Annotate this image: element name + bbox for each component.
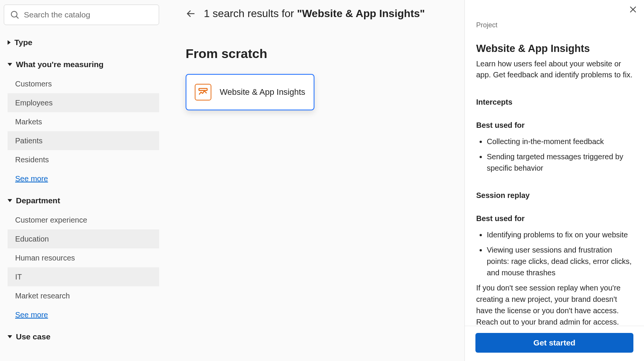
facet-type-header[interactable]: Type <box>8 38 159 47</box>
dx-analytics-icon <box>195 84 211 100</box>
results-header: 1 search results for "Website & App Insi… <box>186 8 449 20</box>
svg-rect-3 <box>199 88 207 90</box>
panel-footer: Get started <box>465 326 644 361</box>
facet-type: Type <box>4 38 159 47</box>
facet-department-header[interactable]: Department <box>8 196 159 205</box>
panel-intercepts-bullet-2: Sending targeted messages triggered by s… <box>487 151 633 174</box>
facet-item-cx[interactable]: Customer experience <box>8 210 159 229</box>
panel-scroll[interactable]: Project Website & App Insights Learn how… <box>465 0 644 326</box>
result-card-label: Website & App Insights <box>220 87 305 97</box>
facet-department-title: Department <box>16 196 60 205</box>
svg-line-1 <box>16 16 19 19</box>
facet-item-markets[interactable]: Markets <box>8 112 159 131</box>
facet-item-hr[interactable]: Human resources <box>8 248 159 267</box>
facet-department-items: Customer experience Education Human reso… <box>8 210 159 305</box>
main-content: 1 search results for "Website & App Insi… <box>163 0 464 361</box>
facet-measuring: What you're measuring Customers Employee… <box>4 60 159 183</box>
facet-item-employees[interactable]: Employees <box>8 93 159 112</box>
results-query: "Website & App Insights" <box>297 8 425 19</box>
catalog-sidebar: Type What you're measuring Customers Emp… <box>0 0 163 361</box>
results-title: 1 search results for "Website & App Insi… <box>204 8 425 20</box>
facet-item-patients[interactable]: Patients <box>8 131 159 150</box>
section-heading-from-scratch: From scratch <box>186 46 449 61</box>
get-started-button[interactable]: Get started <box>475 333 633 353</box>
search-input[interactable] <box>4 5 159 25</box>
svg-point-0 <box>11 11 17 17</box>
facet-type-title: Type <box>14 38 32 47</box>
panel-intercepts-list: Collecting in-the-moment feedback Sendin… <box>476 136 633 174</box>
facet-measuring-title: What you're measuring <box>16 60 103 69</box>
panel-intercepts-bullet-1: Collecting in-the-moment feedback <box>487 136 633 147</box>
panel-description: Learn how users feel about your website … <box>476 58 633 80</box>
panel-section-intercepts: Intercepts <box>476 98 633 107</box>
panel-session-bullet-2: Viewing user sessions and frustration po… <box>487 244 633 278</box>
chevron-down-icon <box>8 199 12 202</box>
result-card-website-app-insights[interactable]: Website & App Insights <box>186 74 314 110</box>
details-panel: Project Website & App Insights Learn how… <box>464 0 644 361</box>
panel-session-replay-list: Identifying problems to fix on your webs… <box>476 229 633 278</box>
panel-note: If you don't see session replay when you… <box>476 282 633 326</box>
facet-use-case: Use case <box>4 332 159 341</box>
facet-item-market-research[interactable]: Market research <box>8 286 159 305</box>
results-count-text: 1 search results for <box>204 8 297 19</box>
panel-title: Website & App Insights <box>476 43 633 55</box>
facet-measuring-header[interactable]: What you're measuring <box>8 60 159 69</box>
back-arrow-icon[interactable] <box>186 8 196 19</box>
chevron-right-icon <box>8 40 11 45</box>
panel-session-bullet-1: Identifying problems to fix on your webs… <box>487 229 633 240</box>
facet-item-it[interactable]: IT <box>8 267 159 286</box>
panel-eyebrow: Project <box>476 21 633 29</box>
chevron-down-icon <box>8 63 12 66</box>
facet-measuring-see-more[interactable]: See more <box>15 174 159 183</box>
facet-department-see-more[interactable]: See more <box>15 311 159 319</box>
facet-department: Department Customer experience Education… <box>4 196 159 319</box>
panel-section-session-replay: Session replay <box>476 191 633 200</box>
facet-item-residents[interactable]: Residents <box>8 150 159 169</box>
panel-intercepts-best-used-for: Best used for <box>476 121 633 130</box>
search-wrap <box>4 5 159 25</box>
close-icon[interactable] <box>629 5 637 15</box>
facet-item-customers[interactable]: Customers <box>8 74 159 93</box>
search-icon <box>10 10 20 20</box>
panel-session-replay-best-used-for: Best used for <box>476 214 633 223</box>
chevron-down-icon <box>8 335 12 338</box>
facet-item-education[interactable]: Education <box>8 229 159 248</box>
facet-use-case-header[interactable]: Use case <box>8 332 159 341</box>
facet-measuring-items: Customers Employees Markets Patients Res… <box>8 74 159 169</box>
facet-use-case-title: Use case <box>16 332 50 341</box>
